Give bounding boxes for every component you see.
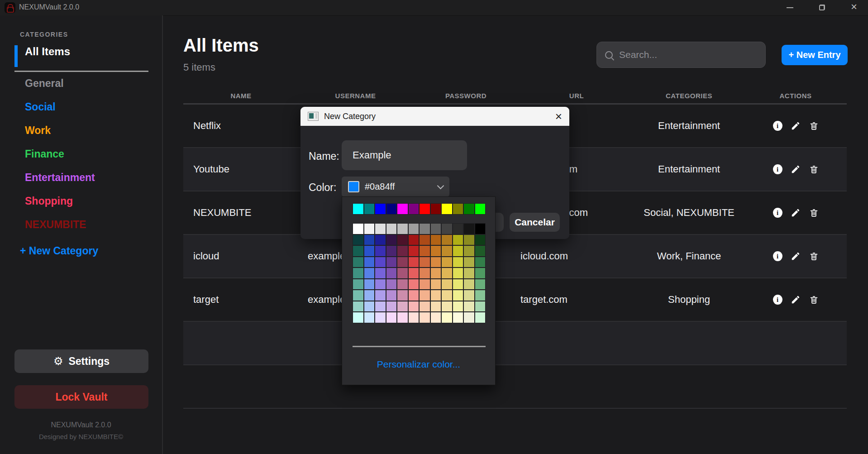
palette-swatch[interactable] <box>408 301 420 312</box>
palette-swatch[interactable] <box>397 268 408 279</box>
palette-swatch[interactable] <box>375 257 386 268</box>
palette-swatch[interactable] <box>475 268 486 279</box>
palette-swatch[interactable] <box>463 268 475 279</box>
palette-swatch[interactable] <box>430 268 442 279</box>
palette-swatch[interactable] <box>463 312 475 323</box>
palette-swatch[interactable] <box>397 223 408 234</box>
palette-swatch[interactable] <box>375 279 386 290</box>
palette-swatch[interactable] <box>441 257 453 268</box>
palette-swatch[interactable] <box>453 268 464 279</box>
palette-swatch[interactable] <box>386 223 397 234</box>
palette-swatch[interactable] <box>463 245 475 257</box>
palette-swatch[interactable] <box>419 290 430 301</box>
minimize-button[interactable] <box>779 0 800 15</box>
palette-swatch[interactable] <box>397 312 408 323</box>
palette-swatch[interactable] <box>463 223 475 234</box>
new-category-link[interactable]: + New Category <box>20 245 98 257</box>
palette-swatch[interactable] <box>386 290 397 301</box>
palette-swatch[interactable] <box>375 245 386 257</box>
palette-swatch[interactable] <box>386 279 397 290</box>
edit-pencil-icon[interactable] <box>790 294 801 305</box>
palette-swatch[interactable] <box>453 290 464 301</box>
palette-swatch[interactable] <box>375 203 386 215</box>
palette-swatch[interactable] <box>353 301 364 312</box>
sidebar-item-social[interactable]: Social <box>25 101 56 113</box>
palette-swatch[interactable] <box>430 203 442 215</box>
palette-swatch[interactable] <box>453 203 464 215</box>
palette-swatch[interactable] <box>475 234 486 246</box>
settings-button[interactable]: ⚙ Settings <box>14 349 148 373</box>
palette-swatch[interactable] <box>364 268 375 279</box>
palette-swatch[interactable] <box>430 301 442 312</box>
edit-pencil-icon[interactable] <box>790 120 801 131</box>
sidebar-item-nexumbite[interactable]: NEXUMBITE <box>25 219 86 231</box>
palette-swatch[interactable] <box>441 223 453 234</box>
delete-trash-icon[interactable] <box>808 120 819 131</box>
palette-swatch[interactable] <box>386 312 397 323</box>
palette-swatch[interactable] <box>463 203 475 215</box>
custom-color-link[interactable]: Personalizar color... <box>342 359 495 370</box>
edit-pencil-icon[interactable] <box>790 251 801 262</box>
palette-swatch[interactable] <box>419 223 430 234</box>
palette-swatch[interactable] <box>364 290 375 301</box>
color-dropdown[interactable]: #0a84ff <box>342 177 449 197</box>
palette-swatch[interactable] <box>364 245 375 257</box>
palette-swatch[interactable] <box>430 245 442 257</box>
palette-swatch[interactable] <box>408 223 420 234</box>
palette-swatch[interactable] <box>353 312 364 323</box>
palette-swatch[interactable] <box>375 223 386 234</box>
palette-swatch[interactable] <box>453 279 464 290</box>
palette-swatch[interactable] <box>353 245 364 257</box>
palette-swatch[interactable] <box>397 245 408 257</box>
palette-swatch[interactable] <box>463 257 475 268</box>
palette-swatch[interactable] <box>375 290 386 301</box>
palette-swatch[interactable] <box>475 312 486 323</box>
palette-swatch[interactable] <box>375 234 386 246</box>
palette-swatch[interactable] <box>475 279 486 290</box>
palette-swatch[interactable] <box>375 268 386 279</box>
palette-swatch[interactable] <box>353 290 364 301</box>
palette-swatch[interactable] <box>386 245 397 257</box>
sidebar-item-finance[interactable]: Finance <box>25 148 64 160</box>
sidebar-item-entertainment[interactable]: Entertainment <box>25 172 95 184</box>
palette-swatch[interactable] <box>463 301 475 312</box>
palette-swatch[interactable] <box>397 301 408 312</box>
palette-swatch[interactable] <box>419 301 430 312</box>
palette-swatch[interactable] <box>386 234 397 246</box>
palette-swatch[interactable] <box>397 290 408 301</box>
palette-swatch[interactable] <box>419 257 430 268</box>
category-name-field[interactable] <box>342 140 467 170</box>
info-icon[interactable]: i <box>772 294 783 305</box>
palette-swatch[interactable] <box>353 268 364 279</box>
palette-swatch[interactable] <box>475 290 486 301</box>
palette-swatch[interactable] <box>353 223 364 234</box>
palette-swatch[interactable] <box>441 279 453 290</box>
sidebar-item-work[interactable]: Work <box>25 124 51 137</box>
info-icon[interactable]: i <box>772 207 783 218</box>
palette-swatch[interactable] <box>453 234 464 246</box>
sidebar-item-general[interactable]: General <box>25 77 64 90</box>
palette-swatch[interactable] <box>375 312 386 323</box>
delete-trash-icon[interactable] <box>808 207 819 218</box>
palette-swatch[interactable] <box>364 279 375 290</box>
palette-swatch[interactable] <box>441 203 453 215</box>
palette-swatch[interactable] <box>353 234 364 246</box>
palette-swatch[interactable] <box>419 268 430 279</box>
palette-swatch[interactable] <box>353 257 364 268</box>
palette-swatch[interactable] <box>386 203 397 215</box>
palette-swatch[interactable] <box>408 312 420 323</box>
palette-swatch[interactable] <box>419 234 430 246</box>
palette-swatch[interactable] <box>441 312 453 323</box>
info-icon[interactable]: i <box>772 251 783 262</box>
palette-swatch[interactable] <box>386 268 397 279</box>
restore-button[interactable] <box>811 0 832 15</box>
palette-swatch[interactable] <box>475 257 486 268</box>
palette-swatch[interactable] <box>364 203 375 215</box>
palette-swatch[interactable] <box>408 203 420 215</box>
palette-swatch[interactable] <box>386 301 397 312</box>
palette-swatch[interactable] <box>353 203 364 215</box>
palette-swatch[interactable] <box>375 301 386 312</box>
close-button[interactable]: × <box>844 0 864 15</box>
palette-swatch[interactable] <box>397 203 408 215</box>
palette-swatch[interactable] <box>463 279 475 290</box>
